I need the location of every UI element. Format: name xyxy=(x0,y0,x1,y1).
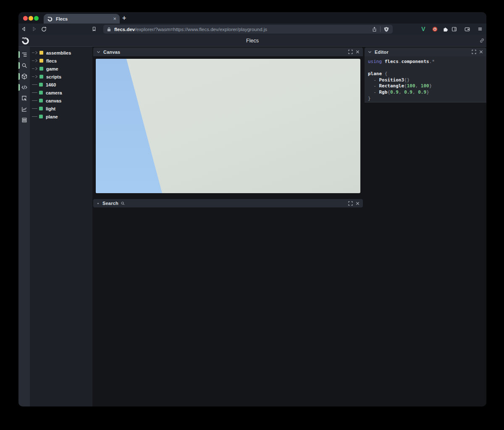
sidebar-inspect-button[interactable] xyxy=(18,93,30,104)
entity-label: 1460 xyxy=(46,82,56,87)
code-token: } xyxy=(368,96,371,101)
fullscreen-icon[interactable] xyxy=(472,50,476,54)
flecs-logo-icon[interactable] xyxy=(21,36,30,45)
code-token: } xyxy=(426,89,429,95)
window-close-button[interactable] xyxy=(23,16,28,21)
window-zoom-button[interactable] xyxy=(34,16,39,21)
code-editor[interactable]: using flecs.components.*plane { - Positi… xyxy=(365,56,486,102)
code-token: , xyxy=(415,83,421,89)
canvas-panel-header[interactable]: Canvas xyxy=(93,47,363,56)
entity-color-swatch xyxy=(39,59,43,63)
extensions-button[interactable] xyxy=(441,25,449,33)
new-tab-button[interactable]: + xyxy=(122,14,126,22)
search-panel-header[interactable]: Search xyxy=(93,199,363,207)
tree-item-flecs[interactable]: flecs xyxy=(30,57,92,65)
code-token: components xyxy=(402,59,429,64)
expand-chevron-icon[interactable] xyxy=(35,51,38,55)
sidebar-search-button[interactable] xyxy=(18,60,30,71)
brave-shield-icon[interactable] xyxy=(383,26,389,32)
code-token: - xyxy=(368,83,379,89)
code-token: { xyxy=(387,89,390,95)
code-token: Rgb xyxy=(379,89,388,95)
share-icon[interactable] xyxy=(372,26,377,32)
code-token: Position3 xyxy=(379,77,404,83)
tab-title: Flecs xyxy=(56,16,113,21)
canvas-viewport[interactable] xyxy=(96,59,360,193)
vue-icon: V xyxy=(421,26,425,32)
code-token: .* xyxy=(429,59,435,64)
tab-close-icon[interactable]: × xyxy=(113,16,116,21)
expand-chevron-icon[interactable] xyxy=(35,75,38,79)
forward-button[interactable] xyxy=(30,25,38,33)
code-token: Rectangle xyxy=(379,83,404,89)
fullscreen-icon[interactable] xyxy=(348,50,353,54)
browser-tab-flecs[interactable]: Flecs × xyxy=(44,14,120,24)
tree-item-1460[interactable]: 1460 xyxy=(30,81,92,89)
rows-icon xyxy=(21,117,28,123)
wallet-button[interactable] xyxy=(463,25,471,33)
tree-item-camera[interactable]: camera xyxy=(30,89,92,97)
canvas-panel-title: Canvas xyxy=(103,50,120,55)
tree-item-assemblies[interactable]: assemblies xyxy=(30,49,92,57)
code-token: , xyxy=(399,89,404,95)
code-token: 0.9 xyxy=(404,89,412,95)
back-icon xyxy=(21,26,27,32)
entity-label: game xyxy=(46,66,58,71)
back-button[interactable] xyxy=(20,25,28,33)
fullscreen-icon[interactable] xyxy=(348,201,353,206)
tree-item-scripts[interactable]: scripts xyxy=(30,73,92,81)
sidebar-tree-button[interactable] xyxy=(18,49,30,60)
cube-icon xyxy=(21,73,28,80)
sidebar-editor-button[interactable] xyxy=(18,82,30,93)
entity-label: canvas xyxy=(46,98,61,103)
code-line: - Rgb{0.9, 0.9, 0.9} xyxy=(368,89,486,96)
entity-label: plane xyxy=(46,114,58,119)
tree-item-light[interactable]: light xyxy=(30,105,92,113)
outline-tree-icon xyxy=(21,51,28,58)
collapsed-indicator-icon[interactable] xyxy=(97,203,99,204)
tree-connector xyxy=(32,92,37,93)
browser-window: Flecs × + xyxy=(18,12,486,406)
browser-menu-button[interactable] xyxy=(476,25,484,33)
expand-chevron-icon[interactable] xyxy=(35,59,38,63)
reload-button[interactable] xyxy=(40,25,47,33)
close-icon[interactable] xyxy=(479,50,483,54)
sidebar-tables-button[interactable] xyxy=(18,115,30,126)
code-line: - Position3{} xyxy=(368,77,486,84)
entity-color-swatch xyxy=(39,91,43,94)
editor-panel-header[interactable]: Editor xyxy=(365,47,486,56)
chevron-down-icon[interactable] xyxy=(97,50,100,54)
close-icon[interactable] xyxy=(356,50,360,54)
hamburger-menu-icon xyxy=(477,26,483,32)
entity-color-swatch xyxy=(39,67,43,71)
chevron-down-icon[interactable] xyxy=(368,50,372,54)
url-text: flecs.dev/explorer/?wasm=https://www.fle… xyxy=(114,27,267,32)
code-token: 100 xyxy=(421,83,429,89)
desktop-background: Flecs × + xyxy=(0,0,504,430)
browser-tabstrip: Flecs × + xyxy=(18,12,486,24)
bookmark-button[interactable] xyxy=(90,25,98,33)
window-minimize-button[interactable] xyxy=(29,16,33,21)
close-icon[interactable] xyxy=(356,202,360,205)
tree-item-plane[interactable]: plane xyxy=(30,113,92,121)
active-panel-indicator xyxy=(18,84,20,91)
tree-connector xyxy=(32,116,37,117)
sidebar-icon xyxy=(451,26,457,32)
code-line: - Rectangle{100, 100} xyxy=(368,83,486,89)
vue-devtools-button[interactable]: V xyxy=(420,25,427,33)
search-icon xyxy=(121,201,125,206)
tree-connector xyxy=(32,108,37,109)
sidebar-entities-button[interactable] xyxy=(18,71,30,82)
extension-red-button[interactable] xyxy=(431,25,438,33)
expand-chevron-icon[interactable] xyxy=(35,67,38,71)
tree-item-game[interactable]: game xyxy=(30,65,92,73)
app-header: Flecs xyxy=(18,35,486,47)
entity-label: flecs xyxy=(46,58,57,63)
sidebar-stats-button[interactable] xyxy=(18,104,30,115)
share-link-icon[interactable] xyxy=(479,37,485,44)
entity-color-swatch xyxy=(39,115,43,118)
tree-item-canvas[interactable]: canvas xyxy=(30,97,92,105)
puzzle-icon xyxy=(442,26,449,32)
sidebar-toggle-button[interactable] xyxy=(450,25,458,33)
url-bar[interactable]: flecs.dev/explorer/?wasm=https://www.fle… xyxy=(103,25,393,34)
